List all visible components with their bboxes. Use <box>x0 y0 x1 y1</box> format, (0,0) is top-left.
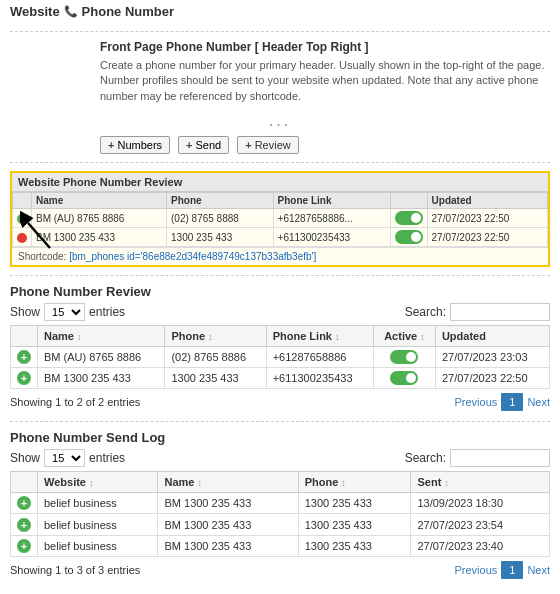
showing-text-log: Showing 1 to 3 of 3 entries <box>10 564 140 576</box>
row-phone-2: 1300 235 433 <box>165 368 266 389</box>
show-label: Show <box>10 305 40 319</box>
log-status-1: + <box>17 496 31 510</box>
log-phone-1: 1300 235 433 <box>298 493 411 514</box>
row-status-icon-2: + <box>17 371 31 385</box>
col-header-updated: Updated <box>435 326 549 347</box>
next-btn-review[interactable]: Next <box>527 396 550 408</box>
phone-icon: 📞 <box>64 5 78 18</box>
show-label-log: Show <box>10 451 40 465</box>
row-status-icon-1: + <box>17 350 31 364</box>
row-name-2: BM 1300 235 433 <box>38 368 165 389</box>
row-updated-2: 27/07/2023 22:50 <box>435 368 549 389</box>
log-name-2: BM 1300 235 433 <box>158 514 298 535</box>
table-row: + BM 1300 235 433 1300 235 433 +61130023… <box>11 368 550 389</box>
preview-row-1: BM (AU) 8765 8886 (02) 8765 8888 +612876… <box>13 209 548 228</box>
shortcode-link[interactable]: [bm_phones id='86e88e2d34fe489749c137b33… <box>69 251 316 262</box>
active-toggle-2[interactable] <box>395 230 423 244</box>
log-name-1: BM 1300 235 433 <box>158 493 298 514</box>
send-log-section: Phone Number Send Log Show 15 25 50 entr… <box>10 430 550 578</box>
phone-review-section: Phone Number Review Show 15 25 50 entrie… <box>10 284 550 411</box>
status-red-2 <box>17 233 27 243</box>
search-input-review[interactable] <box>450 303 550 321</box>
table-row: + belief business BM 1300 235 433 1300 2… <box>11 535 550 556</box>
preview-table: Name Phone Phone Link Updated BM (AU) 87… <box>12 192 548 247</box>
row-updated-1: 27/07/2023 23:03 <box>435 347 549 368</box>
row-name-1: BM (AU) 8765 8886 <box>38 347 165 368</box>
log-sent-1: 13/09/2023 18:30 <box>411 493 550 514</box>
send-log-table: Website ↕ Name ↕ Phone ↕ Sent ↕ + belief… <box>10 471 550 556</box>
col-header-active: Active ↕ <box>374 326 436 347</box>
log-sent-3: 27/07/2023 23:40 <box>411 535 550 556</box>
prev-btn-log[interactable]: Previous <box>454 564 497 576</box>
entries-label: entries <box>89 305 125 319</box>
send-log-title: Phone Number Send Log <box>10 430 550 445</box>
log-sent-2: 27/07/2023 23:54 <box>411 514 550 535</box>
prev-btn-review[interactable]: Previous <box>454 396 497 408</box>
showing-text-review: Showing 1 to 2 of 2 entries <box>10 396 140 408</box>
page-1-btn-log[interactable]: 1 <box>501 561 523 579</box>
table-row: + belief business BM 1300 235 433 1300 2… <box>11 514 550 535</box>
log-website-3: belief business <box>38 535 158 556</box>
col-header-name-log: Name ↕ <box>158 472 298 493</box>
review-section-label: Website Phone Number Review <box>12 173 548 192</box>
phone-review-table: Name ↕ Phone ↕ Phone Link ↕ Active ↕ Upd… <box>10 325 550 389</box>
log-phone-3: 1300 235 433 <box>298 535 411 556</box>
log-website-1: belief business <box>38 493 158 514</box>
search-label-log: Search: <box>405 451 446 465</box>
numbers-button[interactable]: + Numbers <box>100 136 170 154</box>
website-label: Website <box>10 4 60 19</box>
search-label-review: Search: <box>405 305 446 319</box>
col-header-phone-link: Phone Link ↕ <box>266 326 373 347</box>
log-phone-2: 1300 235 433 <box>298 514 411 535</box>
page-1-btn-review[interactable]: 1 <box>501 393 523 411</box>
shortcode-label: Shortcode: <box>18 251 66 262</box>
show-select-review[interactable]: 15 25 50 <box>44 303 85 321</box>
show-select-log[interactable]: 15 25 50 <box>44 449 85 467</box>
shortcode-row: Shortcode: [bm_phones id='86e88e2d34fe48… <box>12 247 548 265</box>
log-name-3: BM 1300 235 433 <box>158 535 298 556</box>
col-header-phone: Phone ↕ <box>165 326 266 347</box>
active-toggle-1[interactable] <box>395 211 423 225</box>
table-row: + BM (AU) 8765 8886 (02) 8765 8886 +6128… <box>11 347 550 368</box>
send-button[interactable]: + Send <box>178 136 229 154</box>
row-phone-1: (02) 8765 8886 <box>165 347 266 368</box>
shortcode-value: [bm_phones id='86e88e2d34fe489749c137b33… <box>69 251 316 262</box>
front-page-desc: Create a phone number for your primary h… <box>100 58 550 104</box>
col-header-phone-log: Phone ↕ <box>298 472 411 493</box>
phone-review-title: Phone Number Review <box>10 284 550 299</box>
log-website-2: belief business <box>38 514 158 535</box>
dots: ... <box>10 112 550 130</box>
row-active-1[interactable] <box>390 350 418 364</box>
preview-box: Website Phone Number Review Name Phone P… <box>10 171 550 267</box>
review-button[interactable]: + Review <box>237 136 299 154</box>
status-green-1 <box>17 214 27 224</box>
log-status-3: + <box>17 539 31 553</box>
col-header-sent: Sent ↕ <box>411 472 550 493</box>
row-phone-link-2: +611300235433 <box>266 368 373 389</box>
log-status-2: + <box>17 518 31 532</box>
preview-row-2: BM 1300 235 433 1300 235 433 +6113002354… <box>13 228 548 247</box>
search-input-log[interactable] <box>450 449 550 467</box>
entries-label-log: entries <box>89 451 125 465</box>
table-row: + belief business BM 1300 235 433 1300 2… <box>11 493 550 514</box>
phone-number-label: Phone Number <box>82 4 174 19</box>
row-phone-link-1: +61287658886 <box>266 347 373 368</box>
row-active-2[interactable] <box>390 371 418 385</box>
front-page-title: Front Page Phone Number [ Header Top Rig… <box>100 40 550 54</box>
next-btn-log[interactable]: Next <box>527 564 550 576</box>
col-header-website: Website ↕ <box>38 472 158 493</box>
col-header-name: Name ↕ <box>38 326 165 347</box>
